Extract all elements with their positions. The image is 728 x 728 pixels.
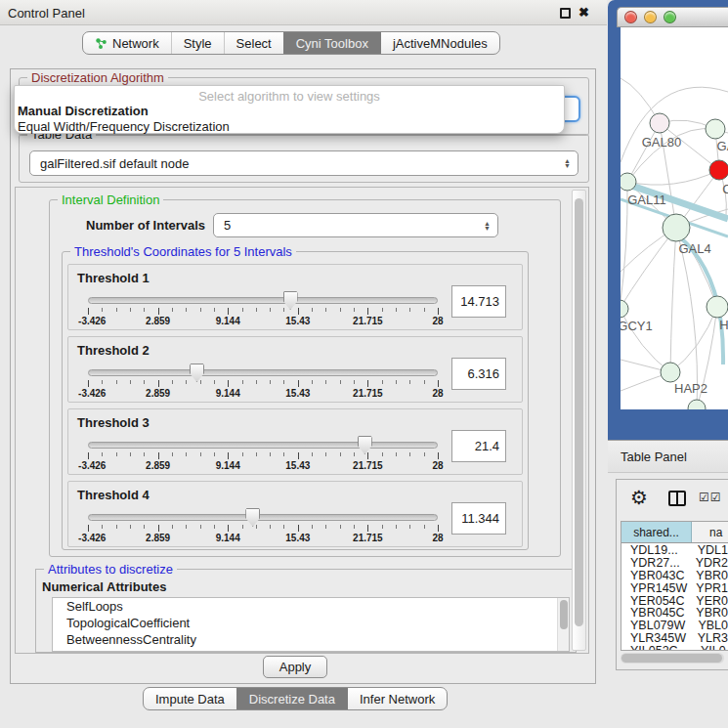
- cell-name[interactable]: YBR0: [687, 606, 728, 619]
- tab-style[interactable]: Style: [171, 32, 224, 54]
- cell-shared-name[interactable]: YDL19...: [621, 543, 689, 556]
- cell-name[interactable]: YIL0: [692, 644, 728, 651]
- table-row[interactable]: YDL19...YDL1: [621, 543, 728, 556]
- dropdown-hint[interactable]: Select algorithm to view settings: [15, 86, 564, 104]
- tab-discretize-data[interactable]: Discretize Data: [236, 688, 347, 709]
- numerical-attributes-list[interactable]: SelfLoopsTopologicalCoefficientBetweenne…: [52, 597, 570, 652]
- cell-shared-name[interactable]: YBR043C: [621, 569, 687, 581]
- table-row[interactable]: YLR345WYLR3: [621, 631, 728, 644]
- split-column-icon[interactable]: [668, 491, 686, 506]
- cell-name[interactable]: YDR2: [687, 556, 728, 569]
- network-node-gal80[interactable]: [650, 113, 669, 133]
- network-graph[interactable]: GAL80GACGAL11GAL4GCY1HHAP2: [621, 27, 728, 409]
- network-node[interactable]: [688, 400, 706, 409]
- column-header-shared[interactable]: shared...: [621, 522, 692, 542]
- cell-shared-name[interactable]: YBL079W: [621, 619, 689, 631]
- table-row[interactable]: YDR27...YDR2: [621, 556, 728, 569]
- table-row[interactable]: YBL079WYBL0: [621, 619, 728, 631]
- tick-mark: [354, 380, 355, 384]
- scrollbar-thumb[interactable]: [575, 198, 583, 626]
- gear-icon[interactable]: ⚙: [630, 486, 648, 509]
- network-node-gal11[interactable]: [621, 173, 636, 191]
- scrollbar-thumb[interactable]: [621, 654, 722, 663]
- checkbox-icons[interactable]: ☑☑: [699, 491, 722, 504]
- network-edge[interactable]: [670, 307, 717, 372]
- slider-track[interactable]: [88, 514, 438, 521]
- tick-mark: [283, 380, 284, 384]
- slider-ticks: [88, 524, 438, 532]
- dropdown-option-equal-width[interactable]: Equal Width/Frequency Discretization: [15, 119, 564, 135]
- tick-mark: [409, 452, 410, 456]
- cell-shared-name[interactable]: YLR345W: [621, 631, 689, 644]
- scale-tick-label: 28: [432, 316, 443, 326]
- cell-name[interactable]: YBL0: [689, 619, 728, 631]
- table-horizontal-scrollbar[interactable]: [621, 653, 724, 664]
- close-icon[interactable]: ✖: [578, 5, 589, 20]
- mac-minimize-button[interactable]: [644, 11, 657, 23]
- cell-shared-name[interactable]: YPR145W: [621, 581, 687, 594]
- bottom-tab-bar: Impute Data Discretize Data Infer Networ…: [143, 687, 448, 710]
- tab-select[interactable]: Select: [224, 32, 283, 54]
- network-node-ga[interactable]: [706, 119, 725, 139]
- threshold-slider[interactable]: -3.4262.8599.14415.4321.71528: [88, 369, 438, 400]
- threshold-value-field[interactable]: 6.316: [451, 358, 506, 390]
- settings-vertical-scrollbar[interactable]: [572, 190, 586, 651]
- cell-name[interactable]: YDL1: [689, 543, 728, 556]
- number-of-intervals-combo[interactable]: 5 ▲▼: [213, 213, 498, 237]
- slider-track[interactable]: [88, 297, 438, 304]
- cell-shared-name[interactable]: YDR27...: [621, 556, 687, 569]
- network-node-gal4[interactable]: [663, 214, 690, 241]
- network-node-gcy1[interactable]: [621, 300, 628, 318]
- network-node-hap2[interactable]: [661, 363, 680, 382]
- tick-mark: [270, 308, 271, 312]
- tick-mark: [88, 308, 89, 315]
- slider-track[interactable]: [88, 442, 438, 449]
- network-edge[interactable]: [670, 228, 676, 372]
- cell-shared-name[interactable]: YBR045C: [621, 606, 687, 619]
- network-node-c[interactable]: [709, 160, 728, 180]
- tick-mark: [116, 525, 117, 529]
- tab-infer-network[interactable]: Infer Network: [347, 688, 447, 709]
- cell-shared-name[interactable]: YER054C: [621, 594, 687, 607]
- cell-name[interactable]: YLR3: [689, 631, 728, 644]
- table-row[interactable]: YIL052CYIL0: [621, 644, 728, 651]
- cell-shared-name[interactable]: YIL052C: [621, 644, 692, 651]
- tab-cyni-toolbox[interactable]: Cyni Toolbox: [283, 32, 380, 54]
- mac-zoom-button[interactable]: [664, 11, 676, 23]
- table-row[interactable]: YBR045CYBR0: [621, 606, 728, 619]
- cell-name[interactable]: YER0: [687, 594, 728, 607]
- network-edge[interactable]: [621, 228, 676, 309]
- attributes-scrollbar[interactable]: [557, 598, 569, 651]
- threshold-value-field[interactable]: 11.344: [451, 502, 506, 535]
- scrollbar-thumb[interactable]: [560, 600, 568, 629]
- table-data-combo[interactable]: galFiltered.sif default node ▲▼: [29, 150, 578, 176]
- network-canvas[interactable]: GAL80GACGAL11GAL4GCY1HHAP2: [621, 27, 728, 409]
- threshold-slider[interactable]: -3.4262.8599.14415.4321.71528: [88, 514, 438, 544]
- threshold-value-field[interactable]: 14.713: [451, 285, 506, 318]
- node-label: HAP2: [674, 381, 707, 396]
- column-header-name[interactable]: na: [692, 522, 728, 542]
- slider-track[interactable]: [88, 369, 438, 376]
- attribute-list-item[interactable]: BetweennessCentrality: [53, 631, 569, 648]
- node-label: H: [719, 318, 728, 332]
- mac-close-button[interactable]: [624, 11, 637, 23]
- attribute-list-item[interactable]: SelfLoops: [53, 598, 569, 615]
- table-row[interactable]: YER054CYER0: [621, 594, 728, 607]
- threshold-slider[interactable]: -3.4262.8599.14415.4321.71528: [88, 442, 438, 472]
- attribute-list-item[interactable]: TopologicalCoefficient: [53, 615, 569, 631]
- apply-button[interactable]: Apply: [263, 656, 327, 678]
- cell-name[interactable]: YPR1: [687, 581, 728, 594]
- tab-impute-data[interactable]: Impute Data: [144, 688, 236, 709]
- float-window-icon[interactable]: [560, 8, 571, 19]
- threshold-value-field[interactable]: 21.4: [451, 430, 506, 462]
- threshold-slider[interactable]: -3.4262.8599.14415.4321.71528: [88, 297, 438, 327]
- network-node-h[interactable]: [707, 296, 728, 318]
- table-row[interactable]: YBR043CYBR0: [621, 569, 728, 581]
- cell-name[interactable]: YBR0: [687, 569, 728, 581]
- dropdown-option-manual[interactable]: Manual Discretization: [15, 104, 564, 119]
- threshold-3-panel: Threshold 3 -3.4262.8599.14415.4321.7152…: [67, 408, 523, 475]
- network-edge[interactable]: [627, 170, 719, 185]
- tab-jactivemnodules[interactable]: jActiveMNodules: [380, 32, 499, 54]
- tab-network[interactable]: Network: [83, 32, 171, 54]
- table-row[interactable]: YPR145WYPR1: [621, 581, 728, 594]
